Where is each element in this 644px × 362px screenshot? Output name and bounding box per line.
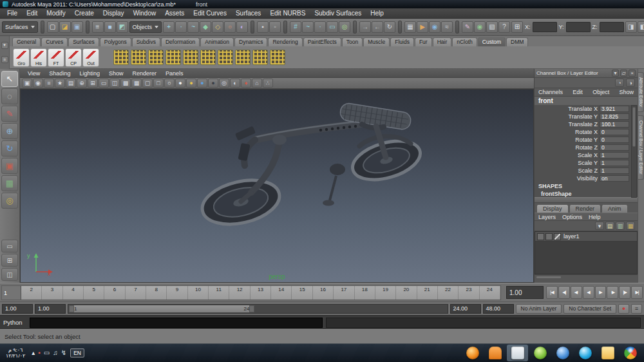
shelf-tab[interactable]: Custom xyxy=(478,37,506,46)
layer-list-scrollbar[interactable] xyxy=(535,274,638,280)
channel-box-scrollbar[interactable] xyxy=(631,105,637,198)
channel-display-mode-icon[interactable]: ◑ xyxy=(626,79,635,87)
scale-tool[interactable]: ▣ xyxy=(1,158,18,174)
smooth-shade-mode-icon[interactable]: ● xyxy=(175,79,185,88)
viewport-menu-item[interactable]: Panels xyxy=(162,70,187,77)
step-forward-key-button[interactable]: ·▶ xyxy=(607,286,618,299)
render-current-frame-icon[interactable]: ▶ xyxy=(417,21,428,33)
output-connections-icon[interactable]: ← xyxy=(372,21,383,33)
range-slider-track[interactable]: 1 24 xyxy=(68,304,448,314)
lock-selection-icon[interactable]: ▪ xyxy=(257,21,269,33)
menu-item[interactable]: Display xyxy=(99,8,129,18)
lattice-icon[interactable] xyxy=(183,50,198,65)
timeline-frame[interactable]: 7 xyxy=(126,286,146,300)
channel-row[interactable]: Rotate Y 0 xyxy=(535,136,638,144)
taskbar-app-button[interactable] xyxy=(529,345,551,361)
mask-curves-icon[interactable]: ~ xyxy=(187,21,199,33)
viewport-menu-item[interactable]: Show xyxy=(105,70,128,77)
hypershade-icon[interactable]: ◉ xyxy=(474,21,486,33)
shelf-tab[interactable]: Subdivs xyxy=(132,37,160,46)
custom-shelf-button[interactable]: CP xyxy=(65,48,82,67)
shelf-tab[interactable]: General xyxy=(12,37,41,46)
shelf-tab[interactable]: Toon xyxy=(342,37,363,46)
custom-shelf-button[interactable]: Gro xyxy=(13,48,30,67)
construction-history-icon[interactable]: ↻ xyxy=(384,21,395,33)
taskbar-app-button[interactable] xyxy=(574,345,596,361)
channel-row[interactable]: Translate Y 12.825 xyxy=(535,113,638,120)
timeline-frame[interactable]: 20 xyxy=(396,286,417,300)
timeline-frame[interactable]: 11 xyxy=(209,286,229,300)
taskbar-clock[interactable]: ٩:٠٦ م ١٢/٢١/٠٢ xyxy=(3,347,28,359)
close-panel-icon[interactable]: × xyxy=(629,70,636,77)
channel-value-field[interactable]: 0 xyxy=(600,137,629,143)
timeline-frame[interactable]: 13 xyxy=(251,286,271,300)
z-coordinate-field[interactable] xyxy=(600,22,624,32)
range-slider-handle[interactable]: 1 24 xyxy=(69,305,254,312)
channel-box-menu-item[interactable]: Edit xyxy=(573,89,583,95)
toolbar-collapser[interactable] xyxy=(86,21,90,33)
channel-value-field[interactable]: 1 xyxy=(600,160,629,166)
textured-mode-icon[interactable]: ● xyxy=(186,79,196,88)
viewport-options-icon[interactable]: ⌂ xyxy=(252,79,262,88)
shelf-tab-toggle-icon[interactable]: ▾ xyxy=(1,42,8,49)
new-render-layer-icon[interactable]: ▦ xyxy=(626,222,635,230)
timeline-frame[interactable]: 2 xyxy=(21,286,42,300)
volume-tray-icon[interactable]: ♫ xyxy=(53,350,58,356)
input-connections-icon[interactable]: → xyxy=(359,21,371,33)
go-to-end-button[interactable]: ▶| xyxy=(631,286,643,299)
layer-playback-toggle[interactable] xyxy=(545,233,553,240)
grid-toggle-icon[interactable]: ⊞ xyxy=(88,79,98,88)
channel-value-field[interactable]: 1 xyxy=(600,167,629,174)
open-render-view-icon[interactable]: ▦ xyxy=(404,21,416,33)
viewport-menu-item[interactable]: Lighting xyxy=(75,70,104,77)
channel-value-field[interactable]: 1 xyxy=(600,152,629,158)
custom-shelf-button[interactable]: Out xyxy=(82,48,99,67)
lattice-icon[interactable] xyxy=(131,50,146,65)
safe-title-icon[interactable]: □ xyxy=(153,79,164,88)
play-forwards-button[interactable]: ▶ xyxy=(595,286,607,299)
select-by-object-icon[interactable]: ■ xyxy=(104,21,116,33)
channel-row[interactable]: Scale Z 1 xyxy=(535,167,638,175)
taskbar-app-button[interactable] xyxy=(620,345,641,361)
bookmark-icon[interactable]: ★ xyxy=(55,79,65,88)
timeline-frame[interactable]: 5 xyxy=(84,286,104,300)
lasso-select-tool[interactable]: ◌ xyxy=(1,88,18,104)
menu-item[interactable]: Window xyxy=(129,8,161,18)
timeline-frame[interactable]: 24 xyxy=(480,286,500,300)
move-tool[interactable]: ⊕ xyxy=(1,123,18,139)
channel-row[interactable]: Translate Z 100.1 xyxy=(535,120,638,128)
step-forward-frame-button[interactable]: |▶ xyxy=(619,286,630,299)
menu-item[interactable]: Assets xyxy=(160,8,189,18)
paint-effects-icon[interactable]: ✎ xyxy=(462,21,473,33)
channel-row[interactable]: Visibility on xyxy=(535,175,638,182)
snap-to-point-icon[interactable]: · xyxy=(314,21,326,33)
command-language-toggle[interactable]: Python xyxy=(3,319,26,326)
sidebar-panel-tab[interactable]: Channel Box / Layer Editor xyxy=(638,115,644,180)
custom-shelf-button[interactable]: His xyxy=(30,48,47,67)
new-scene-icon[interactable]: ▢ xyxy=(47,21,59,33)
toolbar-collapser[interactable] xyxy=(251,21,254,33)
channel-value-field[interactable]: 0 xyxy=(600,129,629,135)
field-chart-icon[interactable]: ▦ xyxy=(131,79,142,88)
channel-row[interactable]: Scale Y 1 xyxy=(535,159,638,167)
image-plane-icon[interactable]: ▤ xyxy=(66,79,76,88)
timeline-frame[interactable]: 16 xyxy=(313,286,334,300)
menu-item[interactable]: Modify xyxy=(42,8,70,18)
toolbar-collapser[interactable] xyxy=(398,21,402,33)
layer-editor-menu-item[interactable]: Options xyxy=(562,214,582,220)
absolute-entry-icon[interactable]: ⊞ xyxy=(511,21,523,33)
render-settings-icon[interactable]: ≈ xyxy=(441,21,453,33)
single-pane-layout-button[interactable]: ▭ xyxy=(1,240,18,252)
new-empty-layer-icon[interactable]: ▤ xyxy=(605,222,614,230)
channel-row[interactable]: Translate X 3.921 xyxy=(535,105,638,113)
tool-settings-toggle[interactable]: ◧ xyxy=(638,21,644,33)
layer-editor-tab[interactable]: Anim xyxy=(601,204,628,213)
auto-keyframe-toggle[interactable]: ● xyxy=(618,304,629,314)
layer-display-type-toggle[interactable] xyxy=(554,233,561,240)
mask-handles-icon[interactable]: + xyxy=(163,21,175,33)
selection-mask-selector[interactable]: Objects xyxy=(129,21,162,33)
safe-action-icon[interactable]: ▢ xyxy=(142,79,153,88)
menu-item[interactable]: Edit Curves xyxy=(189,8,231,18)
select-camera-icon[interactable]: ▣ xyxy=(22,79,32,88)
camera-lock-icon[interactable]: ◉ xyxy=(33,79,43,88)
